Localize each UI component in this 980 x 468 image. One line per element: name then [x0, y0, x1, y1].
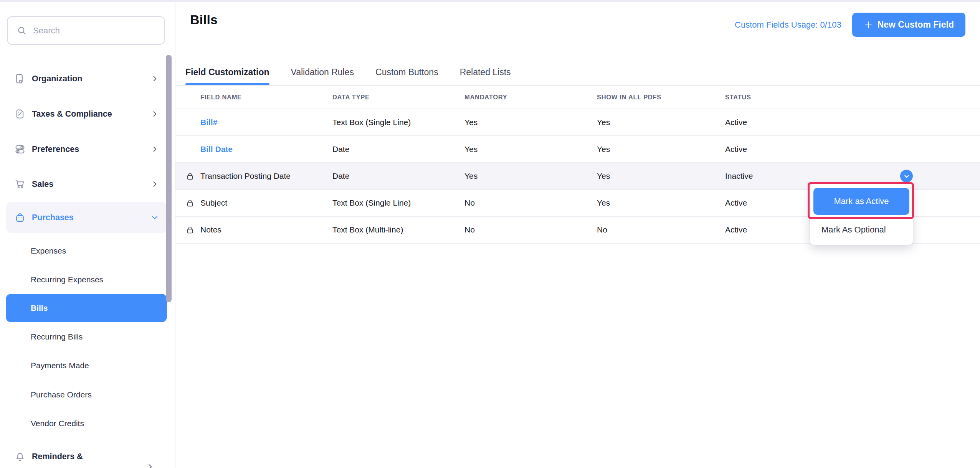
sidebar-item-reminders[interactable]: Reminders &	[6, 441, 167, 468]
row-actions-chevron-button[interactable]	[900, 170, 913, 183]
field-name-text: Subject	[200, 198, 227, 208]
settings-tabs: Field Customization Validation Rules Cus…	[175, 59, 980, 86]
chevron-right-icon	[151, 145, 159, 153]
sidebar-item-recurring-expenses[interactable]: Recurring Expenses	[6, 265, 167, 294]
show-in-pdfs-cell: Yes	[597, 118, 725, 127]
settings-sidebar: Organization Taxes & Compliance Preferen…	[0, 0, 175, 468]
sub-item-label: Purchase Orders	[31, 390, 92, 399]
bell-icon	[15, 451, 25, 462]
header-actions: Custom Fields Usage: 0/103 New Custom Fi…	[735, 13, 965, 37]
status-cell: Active	[725, 118, 980, 127]
plus-icon	[864, 20, 873, 30]
tab-field-customization[interactable]: Field Customization	[185, 59, 269, 85]
sidebar-item-sales[interactable]: Sales	[6, 168, 167, 200]
data-type-cell: Text Box (Single Line)	[332, 198, 464, 208]
purchases-bag-icon	[15, 212, 25, 223]
field-name-text: Transaction Posting Date	[200, 171, 291, 181]
sidebar-item-label: Preferences	[32, 145, 79, 154]
status-actions-menu: Mark as Active Mark As Optional	[810, 184, 913, 245]
sidebar-item-bills[interactable]: Bills	[6, 294, 167, 322]
page-title: Bills	[190, 12, 218, 27]
chevron-right-icon	[151, 75, 159, 82]
search-icon	[17, 26, 27, 36]
sidebar-item-label: Reminders &	[32, 452, 83, 461]
sidebar-item-label: Sales	[32, 180, 53, 189]
custom-fields-usage-link[interactable]: Custom Fields Usage: 0/103	[735, 20, 841, 30]
sidebar-item-label: Organization	[32, 74, 82, 84]
sub-item-label: Recurring Expenses	[31, 275, 103, 284]
new-custom-field-label: New Custom Field	[878, 20, 954, 30]
chevron-down-icon	[903, 173, 910, 180]
column-header-show-in-all-pdfs: SHOW IN ALL PDFS	[597, 94, 725, 101]
data-type-cell: Date	[332, 145, 464, 154]
window-top-edge	[0, 0, 980, 2]
sidebar-item-purchase-orders[interactable]: Purchase Orders	[6, 381, 167, 409]
sidebar-item-label: Purchases	[32, 213, 74, 222]
tab-related-lists[interactable]: Related Lists	[460, 59, 511, 85]
sales-cart-icon	[15, 179, 25, 190]
sidebar-item-payments-made[interactable]: Payments Made	[6, 351, 167, 380]
tax-document-icon	[15, 109, 25, 119]
sidebar-search[interactable]	[7, 16, 165, 45]
mandatory-cell: No	[464, 225, 597, 234]
table-row-bill-number: Bill# Text Box (Single Line) Yes Yes Act…	[175, 109, 980, 136]
column-header-mandatory: MANDATORY	[464, 94, 597, 101]
sub-item-label: Recurring Bills	[31, 332, 83, 341]
mandatory-cell: No	[464, 198, 597, 208]
menu-item-mark-as-active[interactable]: Mark as Active	[813, 188, 909, 215]
sidebar-item-organization[interactable]: Organization	[6, 63, 167, 94]
new-custom-field-button[interactable]: New Custom Field	[852, 13, 965, 37]
status-cell: Active	[725, 145, 980, 154]
chevron-right-icon	[151, 180, 159, 188]
table-header-row: FIELD NAME DATA TYPE MANDATORY SHOW IN A…	[175, 86, 980, 109]
tab-validation-rules[interactable]: Validation Rules	[291, 59, 354, 85]
sidebar-item-expenses[interactable]: Expenses	[6, 237, 167, 265]
column-header-field-name: FIELD NAME	[185, 94, 332, 101]
preferences-toggles-icon	[15, 144, 25, 155]
mandatory-cell: Yes	[464, 145, 597, 154]
tab-custom-buttons[interactable]: Custom Buttons	[375, 59, 438, 85]
organization-icon	[15, 73, 25, 84]
search-input[interactable]	[33, 26, 155, 36]
status-cell: Inactive	[725, 171, 980, 181]
mandatory-cell: Yes	[464, 171, 597, 181]
menu-item-mark-as-optional[interactable]: Mark As Optional	[821, 221, 886, 239]
chevron-right-icon	[151, 110, 159, 118]
show-in-pdfs-cell: Yes	[597, 145, 725, 154]
settings-page: Organization Taxes & Compliance Preferen…	[0, 0, 980, 468]
field-name-link[interactable]: Bill Date	[200, 145, 233, 154]
sidebar-item-purchases[interactable]: Purchases	[6, 202, 167, 233]
sub-item-label: Vendor Credits	[31, 419, 84, 428]
field-name-text: Notes	[200, 225, 221, 234]
data-type-cell: Text Box (Single Line)	[332, 118, 464, 127]
sub-item-label: Bills	[31, 303, 48, 313]
data-type-cell: Text Box (Multi-line)	[332, 225, 464, 234]
lock-icon	[185, 171, 195, 181]
show-in-pdfs-cell: No	[597, 225, 725, 234]
lock-icon	[185, 225, 195, 234]
sidebar-item-label: Taxes & Compliance	[32, 109, 112, 119]
sidebar-item-recurring-bills[interactable]: Recurring Bills	[6, 323, 167, 351]
table-row-bill-date: Bill Date Date Yes Yes Active	[175, 136, 980, 163]
sub-item-label: Payments Made	[31, 361, 89, 370]
show-in-pdfs-cell: Yes	[597, 171, 725, 181]
sidebar-item-taxes-compliance[interactable]: Taxes & Compliance	[6, 98, 167, 130]
sidebar-scrollbar[interactable]	[166, 55, 172, 302]
sidebar-item-vendor-credits[interactable]: Vendor Credits	[6, 409, 167, 438]
chevron-down-icon	[151, 214, 159, 221]
sidebar-item-preferences[interactable]: Preferences	[6, 133, 167, 165]
column-header-data-type: DATA TYPE	[332, 94, 464, 101]
lock-icon	[185, 198, 195, 208]
field-name-link[interactable]: Bill#	[200, 118, 217, 127]
chevron-right-icon	[146, 463, 154, 468]
data-type-cell: Date	[332, 171, 464, 181]
sub-item-label: Expenses	[31, 246, 66, 255]
mandatory-cell: Yes	[464, 118, 597, 127]
show-in-pdfs-cell: Yes	[597, 198, 725, 208]
column-header-status: STATUS	[725, 94, 980, 101]
